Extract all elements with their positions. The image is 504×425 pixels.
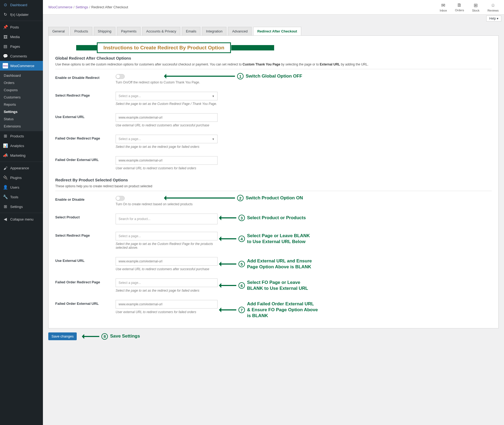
dashboard-icon: ⊙ (3, 2, 8, 8)
menu-analytics[interactable]: 📊Analytics (0, 141, 43, 151)
admin-sidebar: ⊙Dashboard ↻f(x) Updater 📌Posts 🖼Media ▤… (0, 0, 43, 425)
help-product-failed-page: Select the page to set as the redirect p… (116, 289, 218, 292)
topicon-stock[interactable]: ⊞Stock (472, 2, 480, 12)
annotation-2: 2Switch Product Option ON (165, 195, 303, 201)
chevron-down-icon: ▼ (212, 138, 215, 141)
breadcrumb: WooCommerce/Settings/Redirect After Chec… (48, 5, 128, 9)
toggle-enable-product[interactable] (116, 196, 125, 201)
refresh-icon: ↻ (3, 12, 8, 17)
comment-icon: 💬 (3, 53, 8, 59)
submenu-customers[interactable]: Customers (0, 94, 43, 101)
annotation-8: 8Save Settings (79, 333, 140, 340)
menu-products[interactable]: ⊞Products (0, 131, 43, 141)
label-failed-page: Failed Order Redirect Page (55, 135, 116, 140)
tools-icon: 🔧 (3, 194, 8, 200)
submenu-extensions[interactable]: Extensions (0, 123, 43, 130)
submenu-coupons[interactable]: Coupons (0, 86, 43, 94)
tab-shipping[interactable]: Shipping (94, 27, 116, 35)
toggle-enable-global[interactable] (116, 74, 125, 79)
menu-settings[interactable]: ⊞Settings (0, 202, 43, 211)
label-product-failed-url: Failed Order External URL (55, 300, 116, 306)
menu-woocommerce[interactable]: wooWooCommerce (0, 61, 43, 71)
label-product-external-url: Use External URL (55, 257, 116, 263)
breadcrumb-settings[interactable]: Settings (76, 5, 88, 9)
tab-accounts[interactable]: Accounts & Privacy (142, 27, 180, 35)
help-product-failed-url: User external URL to redirect customers … (116, 310, 218, 314)
menu-posts[interactable]: 📌Posts (0, 22, 43, 32)
inbox-icon: ✉ (440, 2, 447, 8)
tab-redirect[interactable]: Redirect After Checkout (253, 27, 301, 35)
label-product-redirect-page: Select Redirect Page (55, 232, 116, 237)
products-icon: ⊞ (3, 133, 8, 139)
annotation-1: 1Switch Global Option OFF (165, 73, 302, 79)
topicon-reviews[interactable]: ☆Reviews (487, 2, 499, 12)
label-external-url: Use External URL (55, 113, 116, 119)
users-icon: 👤 (3, 185, 8, 190)
label-redirect-page: Select Redirect Page (55, 92, 116, 97)
help-product-external-url: Use external URL to redirect customers a… (116, 267, 218, 271)
breadcrumb-woocommerce[interactable]: WooCommerce (48, 5, 72, 9)
select-redirect-page[interactable]: Select a page...▼ (116, 92, 218, 100)
tab-general[interactable]: General (48, 27, 69, 35)
settings-tabs: General Products Shipping Payments Accou… (48, 27, 499, 35)
tab-integration[interactable]: Integration (202, 27, 226, 35)
stock-icon: ⊞ (472, 2, 480, 8)
help-failed-url: User external URL to redirect customers … (116, 166, 218, 170)
tab-payments[interactable]: Payments (117, 27, 141, 35)
help-failed-page: Select the page to set as the redirect p… (116, 145, 218, 149)
menu-media[interactable]: 🖼Media (0, 32, 43, 42)
input-product-external-url[interactable] (116, 257, 218, 266)
tab-emails[interactable]: Emails (182, 27, 200, 35)
global-section-desc: Use these options to set the custom redi… (55, 63, 492, 69)
annotation-7: 7 Add Failed Order External URL& Ensure … (220, 301, 318, 319)
input-product-failed-url[interactable] (116, 300, 218, 309)
help-redirect-page: Select the page to set as the Custom Red… (116, 102, 218, 106)
submenu-orders[interactable]: Orders (0, 79, 43, 86)
breadcrumb-current: Redirect After Checkout (91, 5, 128, 9)
product-section-title: Redirect By Product Selected Options (55, 178, 492, 182)
menu-comments[interactable]: 💬Comments (0, 51, 43, 61)
topbar: WooCommerce/Settings/Redirect After Chec… (43, 0, 504, 14)
label-product-failed-page: Failed Order Redirect Page (55, 279, 116, 284)
menu-users[interactable]: 👤Users (0, 182, 43, 192)
orders-icon: 🗎 (455, 2, 464, 8)
input-external-url[interactable] (116, 113, 218, 122)
select-product[interactable]: Search for a product... (116, 214, 218, 224)
menu-tools[interactable]: 🔧Tools (0, 192, 43, 202)
topicon-inbox[interactable]: ✉Inbox (440, 2, 447, 12)
select-product-redirect-page[interactable]: Select a page... (116, 232, 218, 240)
help-external-url: Use external URL to redirect customers a… (116, 123, 218, 127)
tab-advanced[interactable]: Advanced (228, 27, 252, 35)
menu-dashboard[interactable]: ⊙Dashboard (0, 0, 43, 10)
help-tab[interactable]: Help ▾ (486, 16, 501, 21)
submenu-settings[interactable]: Settings (0, 108, 43, 115)
chevron-down-icon: ▼ (212, 95, 215, 98)
menu-appearance[interactable]: 🖌Appearance (0, 163, 43, 173)
help-product-redirect-page: Select the page to set as the Custom Red… (116, 242, 218, 250)
star-icon: ☆ (487, 2, 499, 8)
menu-marketing[interactable]: 📣Marketing (0, 151, 43, 160)
topicon-orders[interactable]: 🗎Orders (455, 2, 464, 12)
appearance-icon: 🖌 (3, 165, 8, 171)
pin-icon: 📌 (3, 24, 8, 30)
submenu-status[interactable]: Status (0, 115, 43, 123)
annotation-3: 3Select Product or Products (220, 215, 306, 221)
menu-plugins[interactable]: 🔌Plugins (0, 173, 43, 182)
label-enable-product: Enable or Disable (55, 196, 116, 201)
settings-panel: Instructions to Create Redirect By Produ… (48, 35, 499, 328)
global-section-title: Global Redirect After Checkout Options (55, 56, 492, 60)
collapse-icon: ◀ (3, 217, 8, 222)
menu-updater[interactable]: ↻f(x) Updater (0, 10, 43, 19)
submenu-reports[interactable]: Reports (0, 101, 43, 108)
label-enable-global: Enable or Disable Redirect (55, 74, 116, 80)
menu-collapse[interactable]: ◀Collapse menu (0, 214, 43, 224)
page-icon: ▤ (3, 44, 8, 49)
select-product-failed-page[interactable]: Select a page... (116, 279, 218, 287)
input-failed-url[interactable] (116, 156, 218, 165)
menu-pages[interactable]: ▤Pages (0, 42, 43, 51)
submenu-dashboard[interactable]: Dashboard (0, 72, 43, 79)
save-button[interactable]: Save changes (48, 332, 77, 340)
select-failed-page[interactable]: Select a page...▼ (116, 135, 218, 143)
tab-products[interactable]: Products (70, 27, 92, 35)
media-icon: 🖼 (3, 34, 8, 39)
